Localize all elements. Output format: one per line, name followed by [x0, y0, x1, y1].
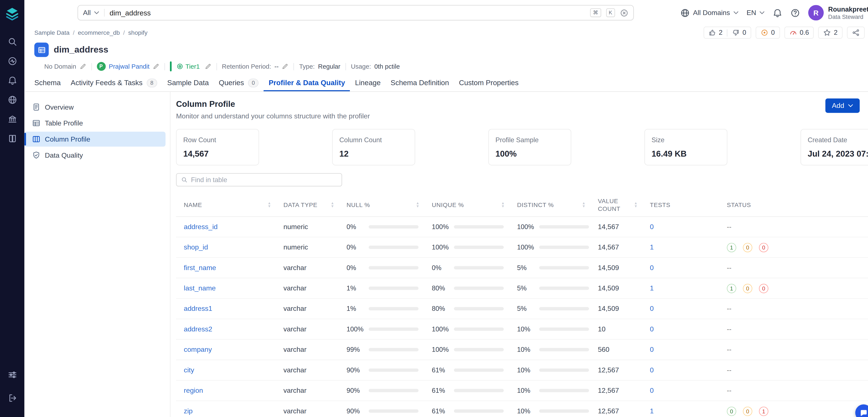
quality-score-button[interactable]: 0.6 [789, 29, 809, 36]
owner-name[interactable]: Prajwal Pandit [109, 63, 150, 70]
tab-activity-feeds-tasks[interactable]: Activity Feeds & Tasks8 [66, 74, 162, 91]
distinct-bar [539, 246, 589, 249]
breadcrumb-link-sample-data[interactable]: Sample Data [34, 29, 69, 36]
distinct-bar [539, 327, 589, 331]
data-type-cell: varchar [276, 366, 339, 374]
entity-header: dim_address [24, 40, 868, 59]
clear-search-icon[interactable] [620, 8, 628, 17]
tab-sample-data[interactable]: Sample Data [162, 74, 214, 91]
sliders-icon[interactable] [4, 367, 20, 382]
tests-count-link[interactable]: 0 [650, 387, 654, 394]
sidebar-item-table-profile[interactable]: Table Profile [24, 116, 165, 131]
language-dropdown[interactable]: EN [746, 9, 764, 17]
dislike-button[interactable]: 0 [732, 29, 746, 36]
owner-meta: P Prajwal Pandit [97, 62, 159, 71]
bank-icon[interactable] [4, 111, 20, 127]
column-name-link[interactable]: zip [184, 407, 192, 415]
user-menu[interactable]: R Rounakpreet... Data Steward [808, 5, 868, 20]
star-button[interactable]: 2 [824, 29, 838, 36]
sort-icon[interactable]: ▲▼ [331, 201, 334, 208]
sidebar-item-data-quality[interactable]: Data Quality [24, 148, 165, 163]
distinct-bar [539, 287, 589, 290]
tests-count-link[interactable]: 1 [650, 407, 654, 415]
tests-count-link[interactable]: 0 [650, 325, 654, 333]
share-button[interactable] [852, 29, 860, 36]
edit-retention-icon[interactable] [282, 63, 289, 70]
logout-icon[interactable] [4, 390, 20, 406]
globe-icon[interactable] [4, 92, 20, 107]
owner-avatar: P [97, 62, 105, 71]
status-cell: -- [719, 223, 868, 231]
column-name-link[interactable]: last_name [184, 284, 216, 292]
tests-count-link[interactable]: 0 [650, 305, 654, 313]
tab-lineage[interactable]: Lineage [350, 74, 386, 91]
tab-badge: 8 [146, 78, 157, 87]
alerts-icon[interactable] [4, 72, 20, 88]
sort-icon[interactable]: ▲▼ [634, 201, 638, 208]
domains-dropdown[interactable]: All Domains [680, 8, 738, 18]
tests-count-link[interactable]: 0 [650, 366, 654, 374]
column-name-link[interactable]: address_id [184, 223, 218, 231]
star-count: 2 [834, 29, 838, 36]
search-input[interactable] [110, 8, 585, 17]
sort-icon[interactable]: ▲▼ [268, 201, 271, 208]
tab-queries[interactable]: Queries0 [214, 74, 264, 91]
help-icon[interactable] [790, 8, 800, 18]
quality-score-value: 0.6 [800, 29, 809, 36]
column-name-link[interactable]: address1 [184, 305, 212, 313]
find-in-table-input[interactable] [191, 176, 337, 184]
domain-value: No Domain [44, 63, 76, 70]
column-name-link[interactable]: address2 [184, 325, 212, 333]
book-icon[interactable] [4, 131, 20, 146]
app-logo-icon[interactable] [5, 7, 19, 21]
status-empty: -- [727, 223, 731, 231]
breadcrumb-link-ecommerce-db[interactable]: ecommerce_db [78, 29, 120, 36]
explore-icon[interactable] [4, 34, 20, 49]
column-name-link[interactable]: shop_id [184, 244, 208, 251]
open-tasks-button[interactable]: 0 [761, 29, 775, 36]
usage-label: Usage: [351, 63, 371, 70]
null-bar [369, 266, 418, 269]
value-count-cell: 10 [590, 325, 642, 333]
data-type-cell: varchar [276, 284, 339, 292]
tests-count-link[interactable]: 0 [650, 264, 654, 271]
observe-icon[interactable] [4, 53, 20, 69]
add-button[interactable]: Add [825, 98, 860, 113]
distinct-bar [539, 225, 589, 228]
edit-owner-icon[interactable] [153, 63, 159, 70]
global-search-bar[interactable]: All ⌘ K [78, 5, 634, 20]
retention-meta: Retention Period: -- [222, 63, 289, 70]
tab-profiler-data-quality[interactable]: Profiler & Data Quality [264, 74, 350, 91]
sort-icon[interactable]: ▲▼ [501, 201, 505, 208]
breadcrumb-link-shopify[interactable]: shopify [128, 29, 148, 36]
tier-meta: Tier1 [177, 63, 200, 70]
column-name-link[interactable]: region [184, 387, 203, 394]
notifications-bell-icon[interactable] [773, 8, 782, 18]
like-button[interactable]: 2 [708, 29, 722, 36]
tests-count-link[interactable]: 1 [650, 244, 654, 251]
retention-label: Retention Period: [222, 63, 271, 70]
value-count-cell: 12,567 [590, 407, 642, 415]
tests-count-link[interactable]: 0 [650, 223, 654, 231]
tests-count-link[interactable]: 0 [650, 346, 654, 353]
tier-icon [177, 63, 183, 70]
sort-icon[interactable]: ▲▼ [582, 201, 586, 208]
tab-custom-properties[interactable]: Custom Properties [454, 74, 524, 91]
edit-tier-icon[interactable] [205, 63, 211, 70]
find-in-table-box[interactable] [176, 173, 342, 186]
column-name-link[interactable]: first_name [184, 264, 216, 271]
column-name-link[interactable]: company [184, 346, 212, 353]
tab-schema-definition[interactable]: Schema Definition [386, 74, 454, 91]
edit-domain-icon[interactable] [80, 63, 86, 70]
tier-value: Tier1 [185, 63, 199, 70]
tab-schema[interactable]: Schema [29, 74, 66, 91]
sort-icon[interactable]: ▲▼ [416, 201, 420, 208]
table-entity-icon [34, 43, 49, 57]
tests-count-link[interactable]: 1 [650, 284, 654, 292]
rail-bottom-nav [4, 363, 20, 410]
sidebar-item-overview[interactable]: Overview [24, 99, 165, 115]
thumbs-up-icon [708, 29, 716, 36]
sidebar-item-column-profile[interactable]: Column Profile [24, 132, 165, 147]
search-scope-dropdown[interactable]: All [83, 9, 104, 17]
column-name-link[interactable]: city [184, 366, 194, 374]
